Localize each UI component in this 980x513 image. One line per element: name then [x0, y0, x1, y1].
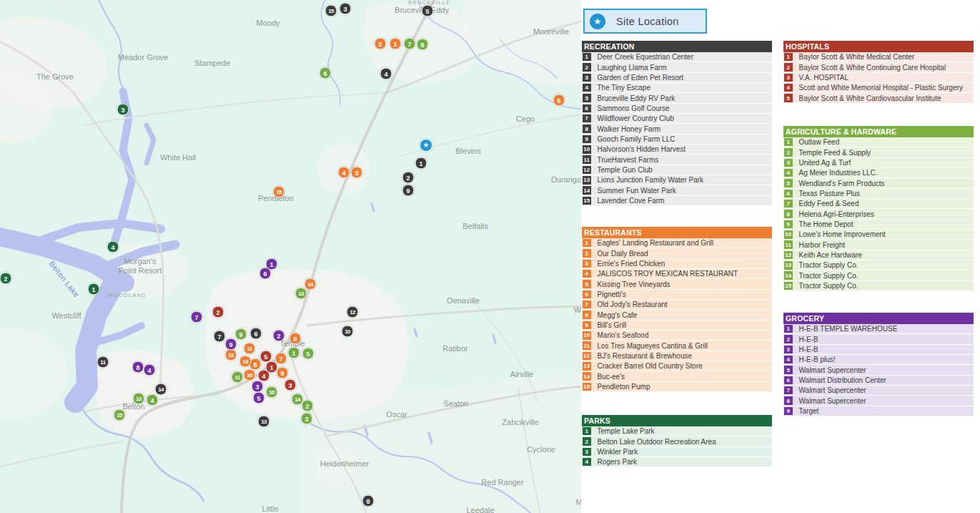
map-marker-parks-1[interactable]: 1 — [88, 283, 100, 295]
site-location-exhibit: MoodyBRUCEVILLEBruceville EddyMooreville… — [0, 0, 980, 513]
legend-row-label: Mario's Seafood — [598, 331, 649, 339]
legend-row-number: 2 — [784, 63, 793, 72]
legend-row-number: 4 — [583, 84, 591, 92]
legend-row-label: Tractor Supply Co. — [799, 272, 858, 280]
map-marker-grocery-3[interactable]: 3 — [252, 381, 264, 393]
map-marker-parks-4[interactable]: 4 — [107, 241, 119, 253]
map-marker-restaurants-11[interactable]: 11 — [244, 343, 256, 355]
map-marker-agriculture-7[interactable]: 7 — [404, 38, 416, 50]
map-marker-agriculture-6[interactable]: 6 — [320, 67, 332, 79]
legend-row-label: Bill's Grill — [598, 321, 627, 329]
legend-row-number: 1 — [784, 138, 793, 147]
map-marker-hospitals-2[interactable]: 2 — [212, 306, 224, 318]
map-marker-restaurants-3[interactable]: 3 — [351, 167, 363, 179]
legend-row-label: Megg's Cafe — [598, 311, 638, 319]
legend-row-number: 7 — [583, 114, 591, 123]
map-marker-parks-2[interactable]: 2 — [0, 273, 12, 285]
legend-table-agriculture: AGRICULTURE & HARDWARE1Outlaw Feed2Templ… — [783, 126, 974, 291]
map-marker-restaurants-1[interactable]: 1 — [390, 38, 402, 50]
map-marker-agriculture-3[interactable]: 3 — [301, 413, 313, 425]
map-marker-hospitals-4[interactable]: 4 — [258, 370, 270, 382]
map-marker-recreation-6[interactable]: 6 — [250, 328, 262, 340]
map-marker-grocery-8[interactable]: 8 — [132, 361, 144, 373]
map-marker-recreation-13[interactable]: 13 — [258, 416, 270, 428]
map-marker-recreation-2[interactable]: 2 — [402, 172, 415, 184]
legend-row-label: H-E-B — [799, 346, 818, 353]
legend-row-number: 15 — [583, 197, 591, 205]
map-marker-agriculture-11[interactable]: 11 — [232, 371, 244, 383]
legend-row-label: Scott and White Memorial Hospital - Plas… — [799, 84, 964, 92]
map-marker-restaurants-13[interactable]: 13 — [239, 356, 252, 368]
map-marker-grocery-2[interactable]: 2 — [273, 330, 285, 342]
map-marker-restaurants-10[interactable]: 10 — [244, 369, 256, 381]
legend-row-label: Garden of Eden Pet Resort — [598, 74, 684, 82]
map-marker-agriculture-14[interactable]: 14 — [292, 394, 304, 406]
map-marker-restaurants-9[interactable]: 9 — [277, 367, 289, 379]
legend-row-restaurants-9: 9Bill's Grill — [582, 321, 772, 331]
map-marker-agriculture-9[interactable]: 9 — [235, 328, 247, 341]
map-marker-recreation-5[interactable]: 5 — [422, 5, 434, 17]
map-marker-grocery-4[interactable]: 4 — [144, 364, 156, 376]
legend-row-number: 10 — [583, 331, 591, 340]
map-marker-agriculture-5[interactable]: 5 — [302, 348, 315, 360]
legend-row-restaurants-8: 8Megg's Cafe — [582, 310, 772, 320]
legend-row-recreation-7: 7Wildflower Country Club — [582, 114, 772, 124]
map-marker-agriculture-12[interactable]: 12 — [133, 393, 145, 405]
legend-row-label: Lowe's Home Improvement — [799, 230, 886, 238]
map-marker-agriculture-1[interactable]: 1 — [288, 347, 300, 359]
legend-row-agriculture-3: 3United Ag & Turf — [783, 158, 974, 168]
legend-row-label: Laughing Llama Farm — [598, 64, 667, 72]
map-marker-grocery-6[interactable]: 6 — [259, 268, 272, 280]
map-marker-restaurants-6[interactable]: 6 — [289, 333, 302, 345]
map-marker-recreation-3[interactable]: 3 — [340, 3, 352, 15]
map-marker-recreation-14[interactable]: 14 — [155, 383, 167, 396]
map-marker-restaurants-12[interactable]: 12 — [225, 349, 237, 361]
map-marker-agriculture-8[interactable]: 8 — [417, 39, 429, 51]
map-marker-agriculture-15[interactable]: 15 — [114, 409, 126, 421]
map-marker-restaurants-4[interactable]: 4 — [338, 167, 350, 179]
legend-row-label: JALISCOS TROY MEXICAN RESTAURANT — [598, 270, 738, 278]
legend-row-agriculture-12: 12Keith Ace Hardware — [783, 250, 974, 260]
map-marker-recreation-1[interactable]: 1 — [415, 157, 427, 170]
legend-row-restaurants-4: 4JALISCOS TROY MEXICAN RESTAURANT — [582, 269, 772, 279]
map-canvas: MoodyBRUCEVILLEBruceville EddyMooreville… — [0, 0, 581, 513]
legend-row-number: 8 — [784, 396, 793, 405]
legend-row-restaurants-13: 13Cracker Barrel Old Country Store — [582, 361, 772, 371]
map-marker-grocery-7[interactable]: 7 — [191, 311, 203, 323]
map-marker-agriculture-4[interactable]: 4 — [147, 394, 159, 406]
legend-header-agriculture: AGRICULTURE & HARDWARE — [783, 126, 974, 137]
map-marker-restaurants-15[interactable]: 15 — [273, 186, 285, 198]
map-marker-recreation-8[interactable]: 8 — [362, 495, 375, 507]
map-marker-restaurants-2[interactable]: 2 — [375, 38, 387, 50]
map-marker-hospitals-3[interactable]: 3 — [284, 379, 297, 391]
map-marker-recreation-15[interactable]: 15 — [325, 5, 337, 17]
legend-row-agriculture-6: 6Texas Pasture Plus — [783, 189, 974, 199]
map-marker-restaurants-5[interactable]: 5 — [553, 94, 565, 107]
map-marker-recreation-4[interactable]: 4 — [380, 68, 392, 80]
map-marker-agriculture-13[interactable]: 13 — [295, 288, 307, 300]
map-marker-restaurants-14[interactable]: 14 — [305, 278, 317, 290]
legend-row-number: 9 — [784, 407, 793, 416]
map-marker-grocery-5[interactable]: 5 — [253, 392, 265, 404]
legend-row-number: 12 — [583, 352, 591, 361]
map-marker-recreation-12[interactable]: 12 — [347, 306, 359, 318]
map-marker-recreation-10[interactable]: 10 — [342, 326, 354, 338]
legend-row-hospitals-3: 3V.A. HOSPITAL — [783, 73, 974, 83]
map-marker-recreation-9[interactable]: 9 — [402, 185, 415, 197]
map-marker-parks-3[interactable]: 3 — [117, 104, 129, 116]
site-location-marker[interactable]: ★ — [420, 139, 432, 152]
legend-row-label: Baylor Scott & White Medical Center — [799, 53, 915, 61]
legend-row-number: 8 — [784, 210, 793, 218]
map-marker-agriculture-2[interactable]: 2 — [302, 400, 314, 412]
map-marker-hospitals-5[interactable]: 5 — [260, 351, 272, 363]
map-marker-recreation-11[interactable]: 11 — [97, 356, 109, 368]
map-marker-restaurants-7[interactable]: 7 — [275, 353, 287, 365]
legend-row-number: 9 — [784, 220, 793, 229]
legend-row-number: 6 — [784, 376, 793, 385]
map-marker-grocery-9[interactable]: 9 — [225, 338, 237, 351]
legend-row-number: 11 — [583, 341, 591, 350]
legend-row-label: Eddy Feed & Seed — [799, 200, 859, 207]
map-marker-recreation-7[interactable]: 7 — [214, 331, 226, 343]
legend-row-grocery-6: 6Walmart Distribution Center — [783, 376, 974, 386]
map-marker-agriculture-10[interactable]: 10 — [266, 386, 278, 399]
